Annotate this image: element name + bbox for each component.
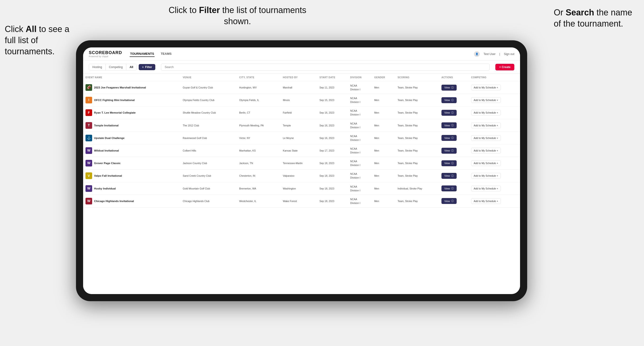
col-actions: ACTIONS [439,74,469,81]
table-row: F Ryan T. Lee Memorial Collegiate Shuttl… [83,107,520,119]
city-state-cell: Bremerton, WA [237,182,280,195]
add-to-schedule-button[interactable]: Add to My Schedule + [471,173,501,178]
add-to-schedule-button[interactable]: Add to My Schedule + [471,123,501,128]
table-row: W Grover Page Classic Jackson Country Cl… [83,157,520,170]
search-input[interactable] [161,64,490,71]
view-button[interactable]: View ⓘ [442,122,457,128]
main-nav: TOURNAMENTS TEAMS [130,51,474,57]
division-cell: NCAA Division I [348,182,372,195]
view-button[interactable]: View ⓘ [442,160,457,166]
nav-tab-teams[interactable]: TEAMS [160,51,172,57]
scoring-cell: Team, Stroke Play [395,195,439,207]
event-name-cell: I OFCC Fighting Illini Invitational [83,94,180,107]
col-gender: GENDER [372,74,395,81]
annotation-topright: Or Search the name of the tournament. [554,7,637,29]
table-row: W Husky Individual Gold Mountain Golf Cl… [83,182,520,195]
view-button[interactable]: View ⓘ [442,110,457,116]
nav-tab-tournaments[interactable]: TOURNAMENTS [130,51,154,57]
competing-cell: Add to My Schedule + [469,182,520,195]
event-name: 2023 Joe Feaganes Marshall Invitational [94,86,146,89]
division-cell: NCAA Division I [348,94,372,107]
division-cell: NCAA Division I [348,119,372,132]
hosting-button[interactable]: Hosting [89,64,106,70]
hosted-by-cell: Illinois [280,94,317,107]
tablet-screen: SCOREBOARD Powered by clippd TOURNAMENTS… [83,47,520,294]
col-scoring: SCORING [395,74,439,81]
division-cell: NCAA Division I [348,170,372,182]
scoring-cell: Team, Stroke Play [395,107,439,119]
team-logo: W [86,185,92,192]
actions-cell: View ⓘ [439,195,469,207]
city-state-cell: Manhattan, KS [237,144,280,157]
add-to-schedule-button[interactable]: Add to My Schedule + [471,85,501,90]
signout-link[interactable]: Sign out [504,52,514,56]
start-date-cell: Sep 18, 2023 [317,170,348,182]
team-logo: W [86,160,92,167]
event-name-cell: V Valpo Fall Invitational [83,170,180,182]
view-button[interactable]: View ⓘ [442,198,457,204]
event-name: Grover Page Classic [94,161,121,165]
scoring-cell: Team, Stroke Play [395,132,439,144]
city-state-cell: Chesterton, IN [237,170,280,182]
competing-cell: Add to My Schedule + [469,157,520,170]
venue-cell: The 1912 Club [180,119,237,132]
logo-subtitle: Powered by clippd [89,55,122,58]
actions-cell: View ⓘ [439,182,469,195]
venue-cell: Colbert Hills [180,144,237,157]
add-to-schedule-button[interactable]: Add to My Schedule + [471,198,501,204]
add-to-schedule-button[interactable]: Add to My Schedule + [471,148,501,154]
start-date-cell: Sep 16, 2023 [317,107,348,119]
event-name: Upstate Dual Challenge [94,136,124,140]
venue-cell: Olympia Fields Country Club [180,94,237,107]
hosted-by-cell: Marshall [280,81,317,94]
table-area: EVENT NAME VENUE CITY, STATE HOSTED BY S… [83,74,520,294]
table-row: W Chicago Highlands Invitational Chicago… [83,195,520,207]
tournaments-table: EVENT NAME VENUE CITY, STATE HOSTED BY S… [83,74,520,207]
event-name-cell: W Husky Individual [83,182,180,195]
col-division: DIVISION [348,74,372,81]
header-right: 👤 Test User | Sign out [474,51,514,57]
view-button[interactable]: View ⓘ [442,85,457,91]
division-cell: NCAA Division I [348,144,372,157]
user-label: Test User [484,52,496,56]
event-name-cell: T Temple Invitational [83,119,180,132]
gender-cell: Men [372,170,395,182]
view-button[interactable]: View ⓘ [442,135,457,141]
add-to-schedule-button[interactable]: Add to My Schedule + [471,160,501,166]
competing-cell: Add to My Schedule + [469,94,520,107]
hosted-by-cell: Valparaiso [280,170,317,182]
event-name: Temple Invitational [94,124,118,127]
start-date-cell: Sep 18, 2023 [317,195,348,207]
gender-cell: Men [372,119,395,132]
info-icon: ⓘ [451,199,454,203]
view-button[interactable]: View ⓘ [442,148,457,154]
view-button[interactable]: View ⓘ [442,97,457,103]
event-name-cell: W Wildcat Invitational [83,144,180,157]
event-name-cell: W Grover Page Classic [83,157,180,170]
add-to-schedule-button[interactable]: Add to My Schedule + [471,135,501,141]
create-button[interactable]: + Create [495,64,514,70]
add-to-schedule-button[interactable]: Add to My Schedule + [471,186,501,191]
col-event-name: EVENT NAME [83,74,180,81]
view-button[interactable]: View ⓘ [442,173,457,179]
hosted-by-cell: Le Moyne [280,132,317,144]
venue-cell: Guyan Golf & Country Club [180,81,237,94]
gender-cell: Men [372,107,395,119]
add-to-schedule-button[interactable]: Add to My Schedule + [471,97,501,103]
venue-cell: Jackson Country Club [180,157,237,170]
table-row: W Wildcat Invitational Colbert Hills Man… [83,144,520,157]
scoring-cell: Team, Stroke Play [395,94,439,107]
scoring-cell: Team, Stroke Play [395,119,439,132]
competing-button[interactable]: Competing [106,64,126,70]
add-to-schedule-button[interactable]: Add to My Schedule + [471,110,501,116]
city-state-cell: Olympia Fields, IL [237,94,280,107]
all-button[interactable]: All [126,64,136,70]
filter-btn-group: Hosting Competing All [89,64,137,70]
filter-button[interactable]: ≡ Filter [139,64,155,70]
info-icon: ⓘ [451,162,454,165]
table-row: 🏈 2023 Joe Feaganes Marshall Invitationa… [83,81,520,94]
gender-cell: Men [372,195,395,207]
venue-cell: Gold Mountain Golf Club [180,182,237,195]
table-row: I OFCC Fighting Illini Invitational Olym… [83,94,520,107]
view-button[interactable]: View ⓘ [442,185,457,191]
